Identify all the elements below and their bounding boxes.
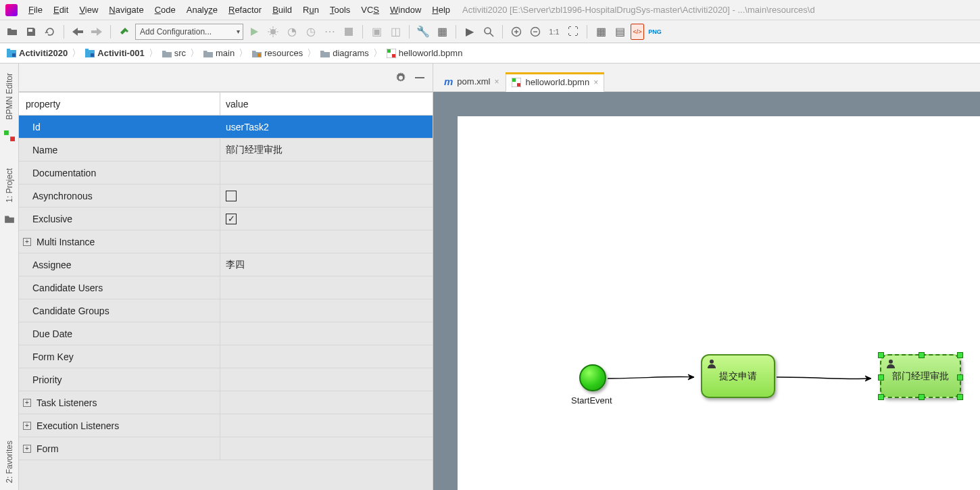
close-icon[interactable]: × bbox=[494, 77, 499, 87]
menu-vcs[interactable]: VCS bbox=[356, 2, 385, 18]
property-value[interactable]: userTask2 bbox=[220, 116, 433, 138]
run-config-dropdown[interactable]: Add Configuration... bbox=[135, 24, 243, 40]
zoom-fit-icon[interactable]: ⛶ bbox=[565, 24, 581, 40]
zoom-1to1-icon[interactable]: 1:1 bbox=[546, 24, 562, 40]
menu-code[interactable]: Code bbox=[149, 2, 181, 18]
open-icon[interactable] bbox=[4, 24, 20, 40]
tab-pom[interactable]: m pom.xml × bbox=[439, 72, 504, 91]
property-value[interactable] bbox=[220, 162, 433, 184]
sequence-flow-2[interactable] bbox=[777, 373, 881, 387]
property-row[interactable]: Due Date bbox=[19, 322, 433, 345]
xml-icon[interactable]: </> bbox=[631, 24, 644, 40]
grid-icon[interactable]: ▦ bbox=[593, 24, 609, 40]
panel-settings-icon[interactable] bbox=[395, 72, 407, 84]
crumb-activiti-001[interactable]: Activiti-001 bbox=[82, 47, 147, 59]
resize-handle[interactable] bbox=[957, 394, 963, 400]
property-row[interactable]: Asynchronous bbox=[19, 185, 433, 207]
save-all-icon[interactable] bbox=[23, 24, 39, 40]
bpmn-user-task-1[interactable]: 提交申请 bbox=[701, 354, 775, 398]
palette-icon[interactable]: ▤ bbox=[612, 24, 628, 40]
property-row[interactable]: Exclusive✓ bbox=[19, 207, 433, 230]
menu-file[interactable]: File bbox=[23, 2, 48, 18]
nav-back-icon[interactable] bbox=[70, 24, 86, 40]
layout2-icon[interactable]: ◫ bbox=[387, 24, 403, 40]
property-value[interactable] bbox=[220, 345, 433, 368]
property-row[interactable]: +Multi Instance bbox=[19, 230, 433, 253]
property-row[interactable]: IduserTask2 bbox=[19, 116, 433, 139]
resize-handle[interactable] bbox=[878, 352, 884, 358]
crumb-main[interactable]: main bbox=[201, 47, 237, 59]
gutter-bpmn-editor[interactable]: BPMN Editor bbox=[3, 66, 16, 126]
property-row[interactable]: +Execution Listeners bbox=[19, 414, 433, 437]
png-export-icon[interactable]: PNG bbox=[647, 24, 663, 40]
gutter-project[interactable]: 1: Project bbox=[3, 162, 16, 210]
zoom-out-icon[interactable] bbox=[527, 24, 543, 40]
crumb-activiti2020[interactable]: Activiti2020 bbox=[4, 47, 70, 59]
zoom-in-icon[interactable] bbox=[508, 24, 524, 40]
layout-icon[interactable]: ▣ bbox=[368, 24, 385, 40]
crumb-resources[interactable]: resources bbox=[249, 47, 305, 59]
resize-handle[interactable] bbox=[918, 394, 925, 400]
debug-icon[interactable] bbox=[265, 24, 281, 40]
menu-run[interactable]: Run bbox=[297, 2, 324, 18]
expand-icon[interactable]: + bbox=[23, 422, 31, 430]
wrench-icon[interactable]: 🔧 bbox=[415, 24, 431, 40]
resize-handle[interactable] bbox=[957, 374, 963, 381]
property-row[interactable]: Assignee李四 bbox=[19, 253, 433, 276]
resize-handle[interactable] bbox=[878, 374, 884, 381]
header-value[interactable]: value bbox=[220, 93, 433, 115]
structure-icon[interactable]: ▦ bbox=[434, 24, 450, 40]
search-icon[interactable] bbox=[481, 24, 497, 40]
property-row[interactable]: Documentation bbox=[19, 162, 433, 185]
property-value[interactable] bbox=[220, 276, 433, 299]
menu-tools[interactable]: Tools bbox=[324, 2, 356, 18]
close-icon[interactable]: × bbox=[593, 78, 598, 87]
panel-minimize-icon[interactable] bbox=[414, 72, 426, 84]
expand-icon[interactable]: + bbox=[23, 399, 31, 407]
expand-icon[interactable]: + bbox=[23, 238, 31, 246]
property-value[interactable] bbox=[220, 299, 433, 322]
run-icon[interactable] bbox=[246, 24, 262, 40]
expand-icon[interactable]: + bbox=[23, 445, 31, 453]
property-value[interactable] bbox=[220, 322, 433, 345]
property-row[interactable]: Priority bbox=[19, 368, 433, 391]
crumb-helloworld[interactable]: helloworld.bpmn bbox=[384, 47, 466, 59]
resize-handle[interactable] bbox=[957, 352, 963, 358]
menu-build[interactable]: Build bbox=[267, 2, 297, 18]
bpmn-start-event[interactable] bbox=[579, 364, 606, 391]
nav-forward-icon[interactable] bbox=[89, 24, 105, 40]
property-value[interactable] bbox=[220, 185, 433, 207]
ant-icon[interactable]: ▶ bbox=[462, 24, 478, 40]
sequence-flow-1[interactable] bbox=[608, 373, 704, 387]
profile-icon[interactable]: ◷ bbox=[303, 24, 319, 40]
property-value[interactable]: 李四 bbox=[220, 253, 433, 276]
property-value[interactable] bbox=[220, 368, 433, 391]
menu-navigate[interactable]: Navigate bbox=[103, 2, 149, 18]
header-property[interactable]: property bbox=[19, 93, 220, 115]
property-value[interactable]: 部门经理审批 bbox=[220, 139, 433, 161]
resize-handle[interactable] bbox=[878, 394, 884, 400]
property-row[interactable]: +Task Listeners bbox=[19, 391, 433, 414]
property-value[interactable]: ✓ bbox=[220, 207, 433, 230]
crumb-diagrams[interactable]: diagrams bbox=[318, 47, 371, 59]
menu-window[interactable]: Window bbox=[385, 2, 426, 18]
checkbox[interactable] bbox=[226, 191, 237, 201]
attach-icon[interactable]: ⋯ bbox=[322, 24, 338, 40]
bpmn-canvas[interactable]: StartEvent 提交申请 bbox=[458, 116, 980, 490]
property-row[interactable]: Candidate Users bbox=[19, 276, 433, 299]
property-value[interactable] bbox=[220, 414, 433, 437]
menu-help[interactable]: Help bbox=[426, 2, 456, 18]
stop-icon[interactable] bbox=[341, 24, 357, 40]
build-hammer-icon[interactable] bbox=[116, 24, 132, 40]
crumb-src[interactable]: src bbox=[160, 47, 189, 59]
tab-helloworld[interactable]: helloworld.bpmn × bbox=[506, 72, 604, 92]
coverage-icon[interactable]: ◔ bbox=[284, 24, 300, 40]
menu-analyze[interactable]: Analyze bbox=[181, 2, 223, 18]
property-value[interactable] bbox=[220, 437, 433, 460]
menu-view[interactable]: View bbox=[74, 2, 103, 18]
property-value[interactable] bbox=[220, 230, 433, 253]
bpmn-user-task-2[interactable]: 部门经理审批 bbox=[880, 354, 961, 398]
property-row[interactable]: Candidate Groups bbox=[19, 299, 433, 322]
menu-refactor[interactable]: Refactor bbox=[223, 2, 267, 18]
refresh-icon[interactable] bbox=[42, 24, 58, 40]
